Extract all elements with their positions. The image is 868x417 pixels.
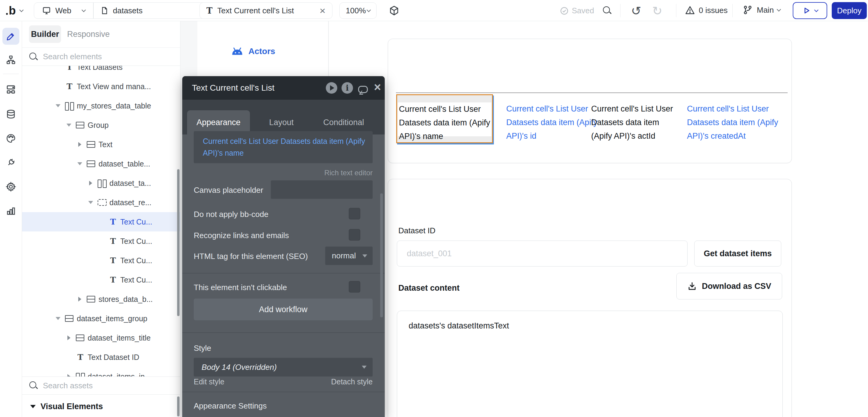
- components-panel-button[interactable]: [2, 81, 19, 98]
- open-element-tab[interactable]: T Text Current cell's List ×: [199, 2, 333, 19]
- info-circle-icon: i: [342, 82, 353, 94]
- close-tab-icon[interactable]: ×: [319, 6, 326, 15]
- tab-appearance[interactable]: Appearance: [187, 110, 250, 134]
- bb-code-checkbox[interactable]: [349, 208, 360, 219]
- selected-text-element[interactable]: Current cell's List User Datasets data i…: [396, 94, 493, 143]
- tree-scrollbar[interactable]: [177, 169, 180, 316]
- appearance-settings-label[interactable]: Appearance Settings: [194, 401, 267, 411]
- tree-item[interactable]: dataset_re...: [22, 193, 180, 212]
- tree-item[interactable]: Text: [22, 135, 180, 154]
- tab-layout[interactable]: Layout: [251, 110, 312, 134]
- edit-style-link[interactable]: Edit style: [194, 377, 224, 386]
- style-dropdown[interactable]: Body 14 (Overridden): [194, 358, 373, 377]
- deploy-button[interactable]: Deploy: [832, 2, 867, 19]
- tab-conditional[interactable]: Conditional: [313, 110, 374, 134]
- tree-item[interactable]: my_stores_data_table: [22, 96, 180, 116]
- chevron-down-icon[interactable]: [87, 201, 95, 204]
- tree-item[interactable]: TText Cu...: [22, 251, 180, 270]
- chevron-right-icon[interactable]: [87, 181, 95, 186]
- property-panel-header[interactable]: Text Current cell's List i ×: [182, 76, 385, 100]
- cell-actor-id-expression[interactable]: Current cell's List User Datasets data i…: [591, 102, 682, 143]
- chevron-down-icon[interactable]: [75, 162, 84, 165]
- components-package-button[interactable]: [389, 5, 400, 16]
- columns-element-icon: [65, 102, 74, 109]
- tree-item[interactable]: dataset_table...: [22, 154, 180, 173]
- text-content-editor[interactable]: Current cell's List User Datasets data i…: [194, 131, 373, 163]
- monitor-icon: [42, 6, 51, 15]
- tree-item[interactable]: dataset_items_title: [22, 328, 180, 348]
- app-logo[interactable]: b: [6, 3, 23, 18]
- group-element-icon: [87, 296, 96, 302]
- add-workflow-button[interactable]: Add workflow: [194, 298, 373, 320]
- not-clickable-checkbox[interactable]: [349, 281, 360, 292]
- tree-item[interactable]: TText Dataset ID: [22, 348, 180, 367]
- canvas-placeholder-input[interactable]: [271, 181, 373, 199]
- triangle-down-icon: [30, 405, 36, 408]
- comment-button[interactable]: [357, 84, 369, 95]
- get-dataset-items-button[interactable]: Get dataset items: [694, 240, 781, 266]
- redo-button[interactable]: ↻: [652, 4, 662, 18]
- tab-builder[interactable]: Builder: [29, 25, 61, 43]
- data-panel-button[interactable]: [2, 106, 19, 123]
- tree-item[interactable]: dataset_items_group: [22, 309, 180, 328]
- comment-icon: [358, 86, 368, 93]
- search-assets-input[interactable]: [43, 381, 158, 390]
- issues-indicator[interactable]: 0 issues: [685, 5, 727, 15]
- property-panel-tabbar: Appearance Layout Conditional: [182, 100, 385, 134]
- styles-panel-button[interactable]: [2, 130, 19, 147]
- text-expression: Current cell's List User Datasets data i…: [203, 137, 365, 157]
- chevron-right-icon[interactable]: [75, 142, 84, 147]
- detach-style-link[interactable]: Detach style: [331, 377, 373, 386]
- settings-panel-button[interactable]: [2, 178, 19, 195]
- download-csv-button[interactable]: Download as CSV: [676, 273, 782, 299]
- cell-created-at-expression[interactable]: Current cell's List User Datasets data i…: [687, 102, 791, 143]
- platform-dropdown[interactable]: Web: [34, 6, 93, 15]
- chevron-down-icon[interactable]: [65, 124, 73, 127]
- search-button[interactable]: [602, 6, 612, 15]
- tree-item[interactable]: Group: [22, 116, 180, 135]
- database-icon: [6, 109, 16, 119]
- text-element-icon: T: [108, 257, 118, 264]
- tab-responsive[interactable]: Responsive: [67, 25, 110, 43]
- search-elements-input[interactable]: [43, 52, 158, 61]
- recognize-links-checkbox[interactable]: [349, 229, 360, 240]
- zoom-dropdown[interactable]: 100%: [339, 2, 377, 19]
- cell-id-expression[interactable]: Current cell's List User Datasets data i…: [506, 102, 599, 143]
- preview-button[interactable]: [793, 2, 827, 19]
- close-panel-button[interactable]: ×: [371, 81, 383, 93]
- get-dataset-items-label: Get dataset items: [704, 249, 772, 258]
- tree-item[interactable]: TText View and mana...: [22, 77, 180, 96]
- chevron-right-icon[interactable]: [75, 297, 84, 301]
- design-mode-button[interactable]: [2, 28, 19, 45]
- tree-item[interactable]: dataset_ta...: [22, 173, 180, 193]
- triangle-down-icon: [362, 365, 367, 368]
- tree-item[interactable]: stores_data_b...: [22, 289, 180, 309]
- chevron-down-icon[interactable]: [54, 317, 62, 320]
- undo-button[interactable]: ↺: [631, 4, 641, 18]
- tree-item[interactable]: TText Datasets: [22, 66, 180, 77]
- palette-icon: [6, 133, 16, 143]
- dataset-content-expression[interactable]: datasets's datasetItemsText: [409, 321, 509, 330]
- dataset-id-input[interactable]: [397, 240, 688, 266]
- plugins-panel-button[interactable]: [2, 154, 19, 171]
- assets-scrollbar[interactable]: [177, 396, 180, 416]
- panel-scrollbar[interactable]: [380, 193, 383, 317]
- tab-title: Text Current cell's List: [217, 6, 294, 15]
- logs-panel-button[interactable]: [2, 202, 19, 219]
- tree-item[interactable]: TText Cu...: [22, 231, 180, 251]
- element-info-button[interactable]: i: [341, 82, 353, 94]
- html-tag-dropdown[interactable]: normal: [325, 247, 373, 265]
- tree-item-selected[interactable]: TText Cu...: [22, 212, 180, 231]
- run-workflows-button[interactable]: [326, 82, 338, 94]
- workflow-mode-button[interactable]: [2, 52, 19, 68]
- add-workflow-label: Add workflow: [259, 305, 308, 314]
- visual-elements-section[interactable]: Visual Elements: [22, 396, 180, 417]
- tree-item[interactable]: TText Cu...: [22, 270, 180, 289]
- page-nav-actors[interactable]: Actors: [231, 45, 275, 58]
- rich-text-editor-link[interactable]: Rich text editor: [324, 169, 373, 177]
- chevron-right-icon[interactable]: [65, 335, 73, 340]
- elements-panel: Builder Responsive TText Datasets TText …: [22, 21, 180, 417]
- chevron-down-icon: [777, 7, 781, 11]
- chevron-down-icon[interactable]: [54, 104, 62, 107]
- branch-selector[interactable]: Main: [742, 4, 780, 15]
